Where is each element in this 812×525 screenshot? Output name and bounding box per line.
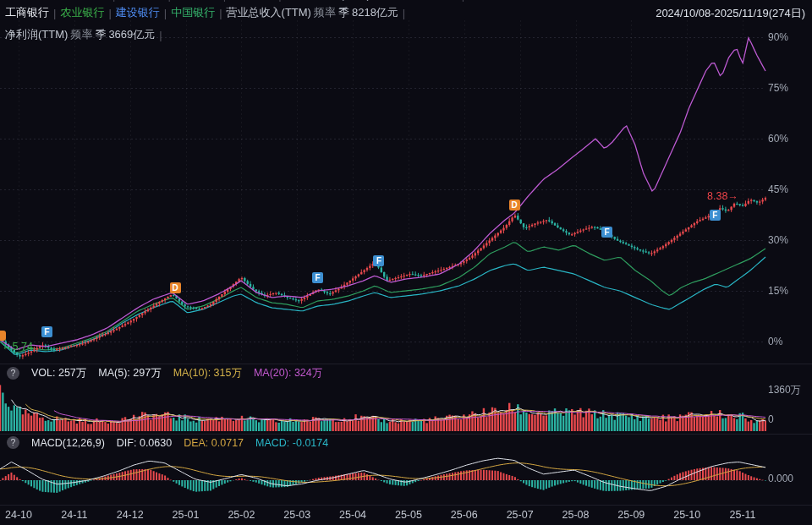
x-axis-tick-label: 25-04 [333,509,372,521]
panel-divider [0,505,812,506]
vol-axis-max-label: 1360万 [768,383,801,397]
y-axis-tick-label: 30% [768,234,788,246]
revenue-freq-value[interactable]: 季 [338,5,349,20]
panel-divider [0,364,812,364]
event-marker-F[interactable]: F [312,272,323,283]
profit-freq-label: 频率 [70,27,92,42]
y-axis-tick-label: 15% [768,285,788,297]
x-axis-tick-label: 25-07 [501,509,540,521]
revenue-freq-label: 频率 [373,0,395,3]
x-axis-tick-label: 24-11 [55,509,94,521]
macd-axis-zero-label: 0.000 [768,473,793,484]
left-price-label: ←5.74 [2,341,33,353]
profit-freq-value[interactable]: 季 [95,27,106,42]
y-axis-tick-label: 75% [768,82,788,94]
x-axis-tick-label: 24-10 [0,509,38,521]
x-axis-tick-label: 25-03 [277,509,316,521]
revenue-indicator-label[interactable]: 营业总收入(TTM) [286,0,370,3]
revenue-value: 8218亿元 [411,0,458,3]
separator: | [219,7,222,19]
stock-tab-zhongguo[interactable]: 中国银行 [171,5,215,20]
stock-tab-zhongguo[interactable]: 中国银行 [230,0,274,3]
y-axis-tick-label: 90% [768,31,788,43]
header-line2: 净利润(TTM) 频率 季 3669亿元| [5,27,164,42]
current-price-label: 8.38→ [707,190,738,202]
separator: | [403,7,405,19]
date-range-label: 2024/10/08-2025/11/19(274日) [656,6,805,21]
x-axis-tick-label: 25-10 [667,509,706,521]
vol-ma5-label: MA(5): 297万 [98,366,161,380]
event-marker-F[interactable]: F [373,255,384,266]
x-axis-tick-label: 25-05 [389,509,428,521]
revenue-freq-value[interactable]: 季 [398,0,409,3]
stock-tab-nongye[interactable]: 农业银行 [60,5,104,20]
revenue-indicator-label[interactable]: 营业总收入(TTM) [227,5,311,20]
profit-value: 3669亿元 [108,27,155,42]
separator: | [53,7,56,19]
stock-tab-jianshe[interactable]: 建设银行 [116,5,160,20]
event-marker-D[interactable]: D [509,200,520,211]
help-icon[interactable]: ? [7,436,19,449]
event-marker-F[interactable]: F [41,326,52,337]
y-axis-tick-label: 0% [768,336,782,347]
event-marker-D[interactable]: D [170,282,181,293]
revenue-value: 8218亿元 [352,5,398,20]
event-marker-F[interactable]: F [710,210,721,221]
x-axis-tick-label: 25-02 [222,509,261,521]
event-marker-F[interactable]: F [601,227,612,238]
stock-tab-nongye[interactable]: 农业银行 [119,0,163,3]
separator: | [278,0,281,2]
macd-dea-label: DEA: 0.0717 [184,437,244,449]
separator: | [462,0,464,2]
separator: | [223,0,226,2]
vol-label: VOL: 257万 [31,366,86,380]
x-axis-tick-label: 25-09 [612,509,650,521]
app-root: 工商银行|农业银行|建设银行|中国银行| 营业总收入(TTM) 频率 季 821… [0,0,812,525]
macd-hist-label: MACD: -0.0174 [255,437,328,449]
x-axis-tick-label: 25-08 [557,509,595,521]
revenue-freq-label: 频率 [314,5,336,20]
volume-header: ? VOL: 257万 MA(5): 297万 MA(10): 315万 MA(… [7,366,322,380]
profit-indicator-label[interactable]: 净利润(TTM) [5,27,68,42]
help-icon[interactable]: ? [7,367,19,380]
panel-divider [0,434,812,435]
x-axis-tick-label: 25-01 [167,509,206,521]
x-axis-tick-label: 24-12 [111,509,150,521]
clipped-top-row: 工商银行|农业银行|建设银行|中国银行| 营业总收入(TTM) 频率 季 821… [64,0,466,3]
y-axis-tick-label: 60% [768,133,788,145]
vol-axis-zero-label: 0 [768,413,774,425]
vol-ma10-label: MA(10): 315万 [173,366,242,380]
separator: | [112,0,115,2]
stock-tab-gongshang[interactable]: 工商银行 [5,5,49,20]
y-axis-tick-label: 45% [768,183,788,195]
separator: | [164,7,167,19]
x-axis-tick-label: 25-11 [723,509,762,521]
separator: | [167,0,170,2]
stock-tab-jianshe[interactable]: 建设银行 [175,0,219,3]
stock-tab-gongshang[interactable]: 工商银行 [64,0,108,3]
macd-dif-label: DIF: 0.0630 [117,437,172,449]
macd-title-label: MACD(12,26,9) [31,437,105,449]
vol-ma20-label: MA(20): 324万 [254,366,322,380]
separator: | [159,29,162,41]
macd-header: ? MACD(12,26,9) DIF: 0.0630 DEA: 0.0717 … [7,436,328,449]
x-axis-tick-label: 25-06 [445,509,484,521]
clipped-d-marker-icon [0,331,6,341]
header-line1: 工商银行|农业银行|建设银行|中国银行| 营业总收入(TTM) 频率 季 821… [5,5,407,20]
separator: | [108,7,111,19]
